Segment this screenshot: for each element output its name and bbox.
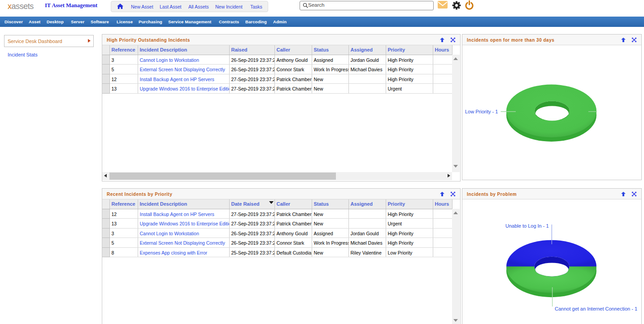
svg-text:Cannot get an Internet Connect: Cannot get an Internet Connection - 1	[555, 306, 637, 311]
svg-text:Low Priority - 1: Low Priority - 1	[465, 109, 498, 114]
svg-text:Unable to Log In - 1: Unable to Log In - 1	[505, 223, 549, 229]
